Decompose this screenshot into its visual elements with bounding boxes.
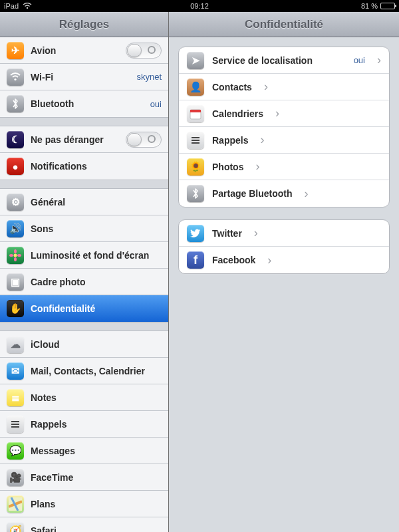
detail-scroll[interactable]: ➤Service de localisationoui›👤Contacts›Ca…	[169, 37, 399, 532]
sidebar-item-sons[interactable]: 🔊Sons	[0, 215, 168, 242]
sidebar-item-label: Safari	[31, 525, 57, 532]
detail-item-facebook[interactable]: fFacebook›	[179, 247, 389, 273]
icloud-icon: ☁	[7, 336, 24, 353]
settings-sidebar: Réglages ✈AvionWi-FiskynetBluetoothoui☾N…	[0, 12, 169, 532]
sidebar-item-safari[interactable]: 🧭Safari	[0, 517, 168, 532]
detail-item-label: Partage Bluetooth	[212, 188, 293, 199]
facebook-icon: f	[187, 251, 204, 269]
sidebar-item-label: Notifications	[31, 161, 87, 172]
detail-item-calendriers[interactable]: Calendriers›	[179, 100, 389, 127]
sidebar-item-label: Cadre photo	[31, 277, 85, 287]
svg-rect-12	[190, 110, 201, 112]
detail-item-rappels[interactable]: Rappels›	[179, 127, 389, 154]
sidebar-item-avion[interactable]: ✈Avion	[0, 37, 168, 64]
wifi-icon	[7, 68, 24, 86]
sidebar-item-label: iCloud	[31, 339, 60, 350]
clock: 09:12	[134, 2, 265, 10]
sidebar-item-label: Confidentialité	[31, 303, 95, 314]
sidebar-item-dnd[interactable]: ☾Ne pas déranger	[0, 126, 168, 153]
svg-point-6	[17, 254, 21, 257]
sidebar-item-label: Bluetooth	[31, 98, 74, 109]
sidebar-item-label: Wi-Fi	[31, 72, 53, 82]
battery-text: 81 %	[361, 2, 378, 10]
detail-title: Confidentialité	[169, 12, 399, 37]
chevron-right-icon: ›	[264, 80, 268, 94]
chevron-right-icon: ›	[254, 226, 258, 240]
svg-rect-7	[11, 421, 19, 422]
detail-item-label: Photos	[212, 162, 243, 172]
bluetooth-icon	[7, 95, 24, 112]
detail-item-localisation[interactable]: ➤Service de localisationoui›	[179, 47, 389, 74]
battery-icon	[380, 3, 395, 9]
mail-icon: ✉	[7, 362, 24, 380]
sidebar-item-messages[interactable]: 💬Messages	[0, 438, 168, 464]
svg-point-0	[27, 7, 28, 9]
detail-item-twitter[interactable]: Twitter›	[179, 220, 389, 247]
sidebar-item-notes[interactable]: ≣Notes	[0, 384, 168, 411]
sidebar-item-label: Rappels	[31, 419, 66, 430]
svg-point-2	[14, 253, 17, 257]
sidebar-item-wifi[interactable]: Wi-Fiskynet	[0, 64, 168, 90]
plans-icon	[7, 495, 24, 513]
wifi-status-icon	[23, 3, 32, 9]
notes-icon: ≣	[7, 389, 24, 406]
device-label: iPad	[4, 2, 19, 10]
safari-icon: 🧭	[7, 522, 24, 532]
detail-item-btshare[interactable]: Partage Bluetooth›	[179, 180, 389, 207]
sidebar-item-label: Général	[31, 197, 65, 207]
sidebar-item-label: Mail, Contacts, Calendrier	[31, 366, 145, 376]
sidebar-item-general[interactable]: ⚙Général	[0, 189, 168, 215]
sidebar-item-label: Luminosité et fond d'écran	[31, 250, 149, 261]
sidebar-item-notifications[interactable]: ●Notifications	[0, 153, 168, 180]
sidebar-item-facetime[interactable]: 🎥FaceTime	[0, 464, 168, 491]
general-icon: ⚙	[7, 194, 24, 211]
sons-icon: 🔊	[7, 220, 24, 237]
svg-rect-8	[11, 424, 19, 425]
notifications-icon: ●	[7, 158, 24, 175]
sidebar-item-cadre[interactable]: ▣Cadre photo	[0, 269, 168, 295]
sidebar-item-confidentialite[interactable]: ✋Confidentialité	[0, 295, 168, 322]
wifi-value: skynet	[136, 72, 162, 82]
status-bar: iPad 09:12 81 %	[0, 0, 399, 12]
svg-point-4	[14, 257, 17, 261]
dnd-icon: ☾	[7, 131, 24, 148]
svg-rect-13	[192, 137, 200, 138]
sidebar-item-label: FaceTime	[31, 472, 73, 483]
chevron-right-icon: ›	[305, 187, 309, 201]
sidebar-item-plans[interactable]: Plans	[0, 491, 168, 517]
sidebar-item-luminosite[interactable]: Luminosité et fond d'écran	[0, 242, 168, 269]
svg-point-5	[9, 254, 13, 257]
contacts-icon: 👤	[187, 78, 204, 96]
detail-item-label: Twitter	[212, 228, 242, 239]
sidebar-item-mail[interactable]: ✉Mail, Contacts, Calendrier	[0, 358, 168, 384]
avion-icon: ✈	[7, 42, 24, 59]
cadre-icon: ▣	[7, 273, 24, 291]
rappels-icon	[187, 132, 204, 149]
localisation-value: oui	[354, 55, 365, 65]
chevron-right-icon: ›	[267, 253, 271, 267]
photos-icon: 🌻	[187, 158, 204, 176]
localisation-icon: ➤	[187, 52, 204, 69]
sidebar-item-icloud[interactable]: ☁iCloud	[0, 331, 168, 358]
svg-rect-15	[192, 142, 200, 144]
avion-toggle[interactable]	[126, 43, 162, 59]
sidebar-item-rappels[interactable]: Rappels	[0, 411, 168, 438]
detail-item-label: Rappels	[212, 135, 248, 146]
sidebar-title: Réglages	[0, 12, 168, 37]
sidebar-item-bluetooth[interactable]: Bluetoothoui	[0, 90, 168, 117]
dnd-toggle[interactable]	[126, 132, 162, 148]
luminosite-icon	[7, 247, 24, 264]
detail-item-photos[interactable]: 🌻Photos›	[179, 154, 389, 180]
sidebar-scroll[interactable]: ✈AvionWi-FiskynetBluetoothoui☾Ne pas dér…	[0, 37, 168, 532]
svg-point-1	[14, 78, 16, 80]
detail-item-label: Calendriers	[212, 108, 263, 119]
detail-item-contacts[interactable]: 👤Contacts›	[179, 74, 389, 100]
chevron-right-icon: ›	[260, 133, 264, 147]
detail-item-label: Facebook	[212, 255, 255, 265]
sidebar-item-label: Plans	[31, 499, 55, 509]
calendriers-icon	[187, 105, 204, 122]
rappels-icon	[7, 416, 24, 433]
sidebar-item-label: Avion	[31, 45, 56, 56]
messages-icon: 💬	[7, 442, 24, 460]
bluetooth-value: oui	[150, 99, 162, 109]
